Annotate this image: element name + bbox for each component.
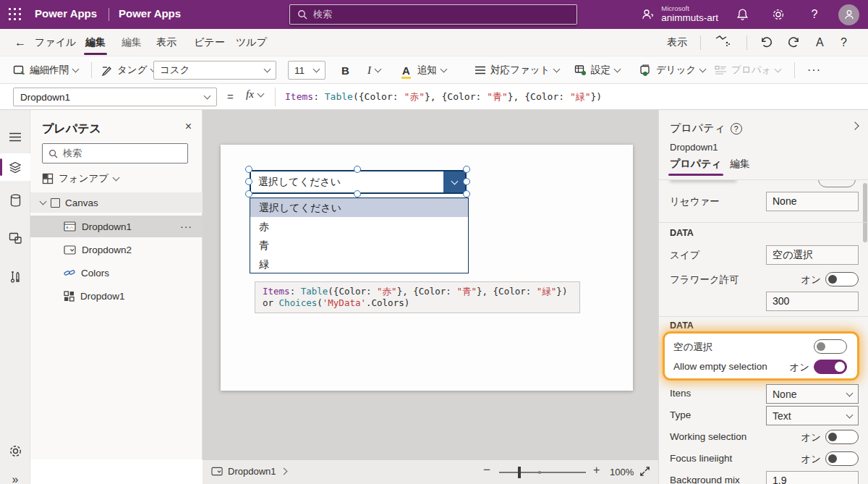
- tree-item-colors[interactable]: Colors: [30, 262, 203, 284]
- new-screen-button[interactable]: 編細作閇: [13, 61, 78, 79]
- dropdown-option[interactable]: 緑: [250, 255, 468, 273]
- selection-handle[interactable]: [463, 178, 470, 185]
- formula-input[interactable]: Items: Table({Color: "赤"}, {Color: "青"},…: [285, 90, 602, 103]
- rail-tools-button[interactable]: [0, 263, 30, 291]
- fx-property-picker[interactable]: fx: [246, 88, 263, 101]
- fit-to-screen-button[interactable]: [639, 466, 650, 477]
- zoom-slider-handle[interactable]: [518, 467, 521, 478]
- app-title[interactable]: Power Apps: [119, 7, 181, 20]
- font-color-button[interactable]: A 追知: [402, 61, 446, 79]
- zoom-in-button[interactable]: +: [593, 464, 600, 477]
- code-line-1: Items: Table({Color: "赤"}, {Color: "青"},…: [263, 286, 572, 297]
- breadcrumb[interactable]: Dropdown1: [211, 466, 286, 477]
- flow-button[interactable]: [715, 35, 731, 48]
- font-size-combo[interactable]: 11: [288, 61, 326, 80]
- redo-button[interactable]: [787, 35, 801, 49]
- framework-toggle[interactable]: [825, 272, 859, 286]
- canvas-node-label: Canvas: [65, 198, 98, 208]
- tree-item-dropdown2[interactable]: Dropdown2: [30, 239, 203, 260]
- selection-handle[interactable]: [354, 166, 361, 173]
- selection-handle[interactable]: [463, 190, 470, 198]
- dropdown-option[interactable]: 赤: [250, 217, 468, 236]
- app-node[interactable]: フォンアプ: [42, 172, 119, 185]
- rail-settings-button[interactable]: [0, 437, 30, 464]
- derick-button[interactable]: デリック: [639, 61, 705, 79]
- menu-preview[interactable]: 表示: [667, 36, 687, 49]
- italic-button[interactable]: I: [367, 61, 380, 79]
- artboard[interactable]: 選択してください 選択してください 赤 青 緑 Items: Table({Co…: [221, 145, 633, 391]
- data-settings-button[interactable]: 設定: [574, 61, 620, 79]
- brand-title[interactable]: Power Apps: [35, 7, 97, 20]
- property-label: スイプ: [670, 249, 699, 262]
- notifications-button[interactable]: [730, 2, 754, 27]
- property-row-items: Itens None: [659, 384, 868, 404]
- background-mix-input[interactable]: 1.9: [766, 471, 859, 484]
- focus-toggle[interactable]: [825, 451, 859, 466]
- swipe-input[interactable]: 空の選択: [766, 245, 859, 265]
- rail-tree-view-button[interactable]: [0, 153, 30, 181]
- tag-button[interactable]: タング: [101, 61, 156, 79]
- alignment-button[interactable]: 対応ファット: [475, 61, 559, 79]
- menu-bar: ← ファイル 編集 編集 表示 ビテー ツルプ 表示 A ?: [0, 29, 868, 56]
- environment-picker[interactable]: Microsoft animmuts-art: [641, 5, 718, 23]
- help-circle-icon[interactable]: ?: [731, 123, 742, 135]
- selection-handle[interactable]: [245, 178, 252, 185]
- layers-icon: [9, 161, 22, 174]
- menu-tools[interactable]: ツルプ: [236, 36, 267, 49]
- section-header-data-2: DATA: [670, 320, 694, 331]
- font-family-combo[interactable]: コスク: [153, 61, 276, 80]
- selection-handle[interactable]: [463, 166, 470, 173]
- dropdown-button[interactable]: [443, 171, 465, 192]
- zoom-percentage[interactable]: 100%: [610, 467, 634, 477]
- empty-selection-toggle[interactable]: [814, 339, 847, 354]
- selection-handle[interactable]: [354, 190, 361, 198]
- tree-item-label: Dropdow1: [80, 291, 125, 302]
- undo-button[interactable]: [760, 35, 773, 49]
- app-launcher-icon[interactable]: [7, 7, 23, 22]
- rail-expand-button[interactable]: »: [0, 466, 30, 484]
- more-commands-button[interactable]: ···: [807, 61, 821, 79]
- menu-beta[interactable]: ビテー: [194, 36, 225, 49]
- tree-search-input[interactable]: 検索: [42, 143, 188, 164]
- rail-menu-button[interactable]: [0, 123, 30, 150]
- rail-media-button[interactable]: [0, 224, 30, 252]
- dropdown-value: 選択してください: [251, 171, 443, 192]
- dropdown-option-highlighted[interactable]: 選択してください: [250, 198, 468, 217]
- working-selection-toggle[interactable]: [825, 430, 859, 444]
- menu-edit[interactable]: 編集: [122, 36, 142, 49]
- user-avatar[interactable]: [838, 4, 859, 25]
- zoom-out-button[interactable]: −: [483, 463, 490, 477]
- tab-advanced[interactable]: 編集: [730, 158, 750, 171]
- menu-file[interactable]: ファイル: [35, 36, 76, 49]
- collapse-panel-icon[interactable]: [851, 122, 859, 130]
- tree-item-dropdown1[interactable]: Dropdown1 ···: [30, 216, 203, 237]
- number-input[interactable]: 300: [766, 292, 859, 311]
- rail-data-button[interactable]: [0, 187, 30, 214]
- reset-input[interactable]: None: [766, 192, 859, 211]
- menu-help-button[interactable]: ?: [841, 36, 847, 49]
- chevron-down-icon: [451, 177, 458, 184]
- selection-handle[interactable]: [245, 190, 252, 198]
- font-tool-button[interactable]: A: [816, 36, 824, 49]
- tab-properties[interactable]: プロパティ: [670, 158, 722, 171]
- tree-item-dropdow1[interactable]: Dropdow1: [30, 285, 203, 307]
- menu-edit-active[interactable]: 編集: [85, 36, 106, 49]
- font-color-label: A: [402, 64, 410, 77]
- more-options-icon[interactable]: ···: [180, 221, 192, 232]
- allow-empty-selection-toggle[interactable]: [814, 360, 847, 374]
- bold-button[interactable]: B: [341, 61, 349, 79]
- selection-handle[interactable]: [245, 166, 252, 173]
- tree-node-canvas[interactable]: Canvas: [30, 192, 203, 213]
- items-select[interactable]: None: [766, 384, 859, 404]
- help-button[interactable]: ?: [802, 2, 827, 27]
- section-header-data: DATA: [670, 228, 694, 238]
- close-panel-button[interactable]: ×: [185, 120, 192, 133]
- dropdown-option[interactable]: 青: [250, 236, 468, 255]
- global-search-input[interactable]: 検索: [289, 4, 577, 25]
- settings-button[interactable]: [766, 2, 791, 27]
- type-select[interactable]: Text: [766, 406, 859, 425]
- back-button[interactable]: ←: [14, 36, 26, 49]
- menu-view[interactable]: 表示: [156, 36, 176, 49]
- control-selector-combo[interactable]: Dropdown1: [13, 88, 217, 106]
- zoom-slider-track[interactable]: [499, 472, 586, 473]
